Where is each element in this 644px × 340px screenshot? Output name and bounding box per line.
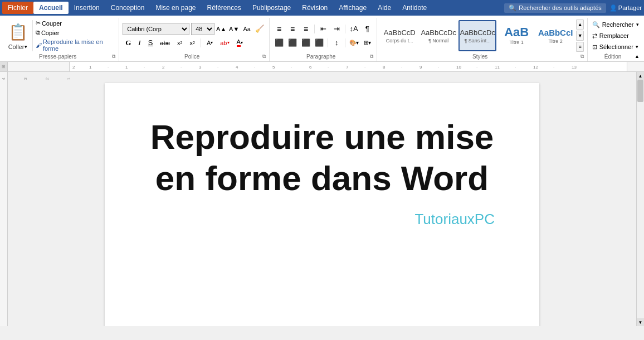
styles-expand-icon[interactable]: ⧉ <box>580 54 584 60</box>
presse-papiers-expand-icon[interactable]: ⧉ <box>112 54 115 60</box>
search-tools-bar[interactable]: 🔍 Rechercher des outils adaptés <box>504 3 606 13</box>
increase-indent-button[interactable]: ⇥ <box>330 23 343 35</box>
style-corps-label: Corps du t... <box>386 38 413 43</box>
svg-text:·: · <box>553 65 554 70</box>
menu-aide[interactable]: Aide <box>372 2 397 14</box>
strikethrough-button[interactable]: abc <box>157 37 173 49</box>
copy-button[interactable]: ⧉ Copier <box>34 28 115 37</box>
styles-scroll-down-button[interactable]: ▼ <box>576 31 584 41</box>
font-color-button[interactable]: A ▾ <box>234 37 246 49</box>
menu-mise-en-page[interactable]: Mise en page <box>150 2 201 14</box>
font-size-select[interactable]: 48 <box>191 23 214 35</box>
police-expand-icon[interactable]: ⧉ <box>262 54 266 60</box>
selectionner-dropdown-icon: ▾ <box>636 44 638 50</box>
share-button[interactable]: 👤 Partager <box>609 4 642 12</box>
line-spacing-button[interactable]: ↕ <box>330 37 343 49</box>
subscript-button[interactable]: x2 <box>174 37 185 49</box>
svg-text:·: · <box>364 65 365 70</box>
styles-scroll-up-button[interactable]: ▲ <box>576 20 584 30</box>
cut-button[interactable]: ✂ Couper <box>34 19 115 27</box>
text-color-button[interactable]: ab ▾ <box>217 37 232 49</box>
show-formatting-button[interactable]: ¶ <box>361 23 373 35</box>
scroll-up-button[interactable]: ▲ <box>637 72 644 80</box>
font-size-decrease-button[interactable]: A▼ <box>228 23 240 35</box>
menu-accueil[interactable]: Accueil <box>33 2 69 14</box>
style-corps[interactable]: AaBbCcD Corps du t... <box>380 20 418 51</box>
style-titre2[interactable]: AaBbCcI Titre 2 <box>536 20 574 51</box>
italic-button[interactable]: I <box>135 37 143 49</box>
svg-text:5: 5 <box>272 65 275 70</box>
styles-list: AaBbCcD Corps du t... AaBbCcDc ¶ Normal … <box>380 19 574 52</box>
bold-button[interactable]: G <box>123 37 134 49</box>
font-family-select[interactable]: Calibri (Corp <box>123 23 189 35</box>
presse-papiers-label: Presse-papiers <box>4 52 111 60</box>
align-right-button[interactable]: ⬛ <box>300 37 312 49</box>
align-center-button[interactable]: ⬛ <box>286 37 299 49</box>
paragraphe-label: Paragraphe <box>273 52 369 60</box>
style-normal-preview: AaBbCcDc <box>421 28 456 37</box>
menu-references[interactable]: Références <box>202 2 247 14</box>
numbered-list-button[interactable]: ≡ <box>286 23 299 35</box>
style-corps-preview: AaBbCcD <box>384 28 416 37</box>
font-size-increase-button[interactable]: A▲ <box>215 23 227 35</box>
svg-text:8: 8 <box>383 65 386 70</box>
svg-text:12: 12 <box>533 65 538 70</box>
text-highlight-button[interactable]: A ▾ <box>204 37 216 49</box>
styles-label: Styles <box>380 52 579 60</box>
menu-publipostage[interactable]: Publipostage <box>247 2 296 14</box>
sort-button[interactable]: ↕A <box>348 23 360 35</box>
copy-icon: ⧉ <box>36 29 40 36</box>
style-titre1[interactable]: AaB Titre 1 <box>497 20 535 51</box>
styles-more-button[interactable]: ≡ <box>576 42 584 52</box>
borders-button[interactable]: ⊞▾ <box>361 37 373 49</box>
document-title: Reproduire une mise en forme dans Word <box>149 116 495 200</box>
paragraphe-expand-icon[interactable]: ⧉ <box>370 54 373 60</box>
menu-antidote[interactable]: Antidote <box>397 2 432 14</box>
ruler-horizontal: 2 1 · 1 · 2 · 3 · 4 · 5 · 6 · 7 · 8 · 9 <box>8 62 644 71</box>
justify-button[interactable]: ⬛ <box>313 37 325 49</box>
select-icon: ⊡ <box>592 43 597 51</box>
selectionner-button[interactable]: ⊡ Sélectionner ▾ <box>590 42 641 52</box>
change-case-button[interactable]: Aa <box>241 23 253 35</box>
style-sans-int[interactable]: AaBbCcDc ¶ Sans int... <box>458 20 496 51</box>
decrease-indent-button[interactable]: ⇤ <box>317 23 329 35</box>
rechercher-button[interactable]: 🔍 Rechercher ▾ <box>590 20 641 30</box>
search-tools-label: Rechercher des outils adaptés <box>519 4 602 11</box>
svg-text:1: 1 <box>125 65 128 70</box>
clear-format-button[interactable]: 🧹 <box>253 23 266 35</box>
menu-affichage[interactable]: Affichage <box>333 2 372 14</box>
remplacer-button[interactable]: ⇄ Remplacer <box>590 31 641 41</box>
style-sans-int-preview: AaBbCcDc <box>460 28 495 37</box>
scroll-track[interactable] <box>637 80 644 318</box>
edition-collapse-icon[interactable]: ▲ <box>635 54 640 59</box>
multilevel-list-button[interactable]: ≡ <box>300 23 312 35</box>
svg-text:2: 2 <box>72 65 75 70</box>
ribbon-group-police: Calibri (Corp 48 A▲ A▼ Aa 🧹 <box>119 18 270 61</box>
menu-conception[interactable]: Conception <box>105 2 150 14</box>
main-area: 1 2 3 4 5 6 7 Reproduire une mise en for… <box>0 72 644 326</box>
format-painter-button[interactable]: 🖌 Reproduire la mise en forme <box>34 38 115 52</box>
menu-insertion[interactable]: Insertion <box>69 2 105 14</box>
underline-button[interactable]: S <box>145 37 156 49</box>
ribbon-group-edition: 🔍 Rechercher ▾ ⇄ Remplacer ⊡ Sélectionne… <box>588 18 643 61</box>
scroll-thumb[interactable] <box>637 80 643 102</box>
svg-text:4: 4 <box>236 65 238 70</box>
paste-dropdown-icon[interactable]: ▾ <box>25 44 27 50</box>
paste-button[interactable]: 📋 Coller ▾ <box>4 19 31 52</box>
document-area[interactable]: Reproduire une mise en forme dans Word T… <box>8 72 636 326</box>
menu-revision[interactable]: Révision <box>296 2 333 14</box>
shading-button[interactable]: 🎨▾ <box>348 37 360 49</box>
ruler-corner: ⊞ <box>0 62 8 71</box>
svg-text:2: 2 <box>162 65 165 70</box>
ribbon-group-presse-papiers: 📋 Coller ▾ ✂ Couper ⧉ <box>1 18 119 61</box>
superscript-button[interactable]: x2 <box>187 37 198 49</box>
style-normal[interactable]: AaBbCcDc ¶ Normal <box>419 20 457 51</box>
svg-text:10: 10 <box>456 65 461 70</box>
vertical-scrollbar[interactable]: ▲ ▼ <box>636 72 644 326</box>
format-painter-icon: 🖌 <box>36 42 42 48</box>
scroll-down-button[interactable]: ▼ <box>637 318 644 326</box>
ribbon-group-paragraphe: ≡ ≡ ≡ ⇤ ⇥ ↕A ¶ ⬛ ⬛ ⬛ ⬛ <box>270 18 377 61</box>
align-left-button[interactable]: ⬛ <box>273 37 285 49</box>
bullet-list-button[interactable]: ≡ <box>273 23 285 35</box>
menu-fichier[interactable]: Fichier <box>2 2 33 14</box>
